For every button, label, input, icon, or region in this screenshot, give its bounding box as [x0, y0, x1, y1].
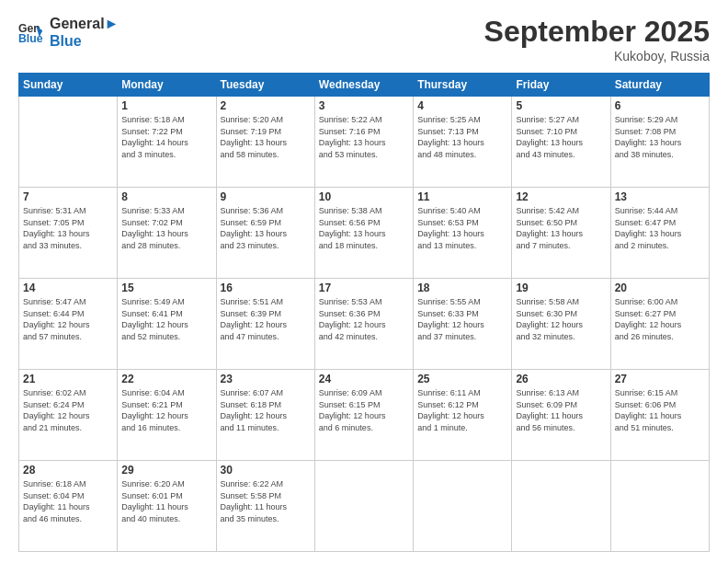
day-info: Sunrise: 6:22 AM Sunset: 5:58 PM Dayligh… [221, 478, 311, 524]
day-number: 6 [615, 99, 705, 112]
calendar-cell: 7Sunrise: 5:31 AM Sunset: 7:05 PM Daylig… [19, 188, 118, 279]
calendar-cell: 19Sunrise: 5:58 AM Sunset: 6:30 PM Dayli… [512, 279, 610, 370]
day-number: 5 [516, 99, 606, 112]
day-number: 30 [221, 464, 311, 477]
calendar-cell: 30Sunrise: 6:22 AM Sunset: 5:58 PM Dayli… [216, 461, 314, 552]
day-info: Sunrise: 6:20 AM Sunset: 6:01 PM Dayligh… [121, 478, 211, 524]
calendar-week-row: 7Sunrise: 5:31 AM Sunset: 7:05 PM Daylig… [19, 188, 710, 279]
calendar-cell [314, 461, 413, 552]
day-info: Sunrise: 5:18 AM Sunset: 7:22 PM Dayligh… [121, 114, 211, 160]
day-info: Sunrise: 6:04 AM Sunset: 6:21 PM Dayligh… [121, 387, 211, 433]
calendar-cell: 6Sunrise: 5:29 AM Sunset: 7:08 PM Daylig… [610, 97, 709, 188]
calendar-cell: 18Sunrise: 5:55 AM Sunset: 6:33 PM Dayli… [414, 279, 512, 370]
page: Gen Blue General► Blue September 2025 Ku… [0, 0, 728, 563]
day-info: Sunrise: 5:47 AM Sunset: 6:44 PM Dayligh… [23, 296, 113, 342]
calendar-cell: 1Sunrise: 5:18 AM Sunset: 7:22 PM Daylig… [118, 97, 216, 188]
day-info: Sunrise: 5:25 AM Sunset: 7:13 PM Dayligh… [417, 114, 507, 160]
calendar-cell: 29Sunrise: 6:20 AM Sunset: 6:01 PM Dayli… [118, 461, 216, 552]
day-number: 27 [615, 373, 705, 385]
day-number: 29 [121, 464, 211, 477]
day-number: 3 [319, 99, 409, 112]
day-number: 23 [221, 373, 311, 385]
calendar-cell: 9Sunrise: 5:36 AM Sunset: 6:59 PM Daylig… [216, 188, 314, 279]
calendar-cell: 11Sunrise: 5:40 AM Sunset: 6:53 PM Dayli… [414, 188, 512, 279]
calendar-table: SundayMondayTuesdayWednesdayThursdayFrid… [18, 73, 710, 552]
day-number: 24 [319, 373, 409, 385]
calendar-cell: 23Sunrise: 6:07 AM Sunset: 6:18 PM Dayli… [216, 370, 314, 461]
day-number: 15 [121, 282, 211, 294]
day-info: Sunrise: 5:33 AM Sunset: 7:02 PM Dayligh… [121, 205, 211, 251]
calendar-cell: 26Sunrise: 6:13 AM Sunset: 6:09 PM Dayli… [512, 370, 610, 461]
weekday-header: Thursday [414, 74, 512, 97]
day-number: 28 [23, 464, 113, 477]
calendar-cell [512, 461, 610, 552]
calendar-cell: 4Sunrise: 5:25 AM Sunset: 7:13 PM Daylig… [414, 97, 512, 188]
day-number: 25 [417, 373, 507, 385]
calendar-cell: 20Sunrise: 6:00 AM Sunset: 6:27 PM Dayli… [610, 279, 709, 370]
calendar-cell: 25Sunrise: 6:11 AM Sunset: 6:12 PM Dayli… [414, 370, 512, 461]
title-block: September 2025 Kukoboy, Russia [484, 15, 710, 63]
day-info: Sunrise: 6:11 AM Sunset: 6:12 PM Dayligh… [417, 387, 507, 433]
calendar-cell: 24Sunrise: 6:09 AM Sunset: 6:15 PM Dayli… [314, 370, 413, 461]
day-info: Sunrise: 5:55 AM Sunset: 6:33 PM Dayligh… [417, 296, 507, 342]
day-info: Sunrise: 5:31 AM Sunset: 7:05 PM Dayligh… [23, 205, 113, 251]
day-info: Sunrise: 5:27 AM Sunset: 7:10 PM Dayligh… [516, 114, 606, 160]
day-number: 11 [417, 190, 507, 203]
calendar-cell: 21Sunrise: 6:02 AM Sunset: 6:24 PM Dayli… [19, 370, 118, 461]
day-number: 20 [615, 282, 705, 294]
day-number: 26 [516, 373, 606, 385]
day-number: 22 [121, 373, 211, 385]
day-info: Sunrise: 5:49 AM Sunset: 6:41 PM Dayligh… [121, 296, 211, 342]
calendar-cell: 28Sunrise: 6:18 AM Sunset: 6:04 PM Dayli… [19, 461, 118, 552]
calendar-cell [414, 461, 512, 552]
day-info: Sunrise: 5:51 AM Sunset: 6:39 PM Dayligh… [221, 296, 311, 342]
day-number: 1 [121, 99, 211, 112]
day-number: 21 [23, 373, 113, 385]
day-number: 19 [516, 282, 606, 294]
calendar-cell: 27Sunrise: 6:15 AM Sunset: 6:06 PM Dayli… [610, 370, 709, 461]
calendar-cell: 5Sunrise: 5:27 AM Sunset: 7:10 PM Daylig… [512, 97, 610, 188]
day-info: Sunrise: 5:53 AM Sunset: 6:36 PM Dayligh… [319, 296, 409, 342]
calendar-cell [19, 97, 118, 188]
day-info: Sunrise: 6:02 AM Sunset: 6:24 PM Dayligh… [23, 387, 113, 433]
calendar-cell: 16Sunrise: 5:51 AM Sunset: 6:39 PM Dayli… [216, 279, 314, 370]
day-info: Sunrise: 5:29 AM Sunset: 7:08 PM Dayligh… [615, 114, 705, 160]
weekday-header: Sunday [19, 74, 118, 97]
calendar-cell: 3Sunrise: 5:22 AM Sunset: 7:16 PM Daylig… [314, 97, 413, 188]
day-info: Sunrise: 5:40 AM Sunset: 6:53 PM Dayligh… [417, 205, 507, 251]
day-info: Sunrise: 5:38 AM Sunset: 6:56 PM Dayligh… [319, 205, 409, 251]
location: Kukoboy, Russia [484, 49, 710, 63]
calendar-cell: 12Sunrise: 5:42 AM Sunset: 6:50 PM Dayli… [512, 188, 610, 279]
day-info: Sunrise: 5:44 AM Sunset: 6:47 PM Dayligh… [615, 205, 705, 251]
logo: Gen Blue General► Blue [18, 15, 119, 50]
day-info: Sunrise: 5:42 AM Sunset: 6:50 PM Dayligh… [516, 205, 606, 251]
calendar-cell: 14Sunrise: 5:47 AM Sunset: 6:44 PM Dayli… [19, 279, 118, 370]
day-number: 2 [221, 99, 311, 112]
day-info: Sunrise: 6:09 AM Sunset: 6:15 PM Dayligh… [319, 387, 409, 433]
day-info: Sunrise: 6:13 AM Sunset: 6:09 PM Dayligh… [516, 387, 606, 433]
day-number: 7 [23, 190, 113, 203]
month-title: September 2025 [484, 15, 710, 49]
calendar-header-row: SundayMondayTuesdayWednesdayThursdayFrid… [19, 74, 710, 97]
weekday-header: Saturday [610, 74, 709, 97]
calendar-week-row: 28Sunrise: 6:18 AM Sunset: 6:04 PM Dayli… [19, 461, 710, 552]
day-info: Sunrise: 5:22 AM Sunset: 7:16 PM Dayligh… [319, 114, 409, 160]
weekday-header: Tuesday [216, 74, 314, 97]
day-info: Sunrise: 6:18 AM Sunset: 6:04 PM Dayligh… [23, 478, 113, 524]
day-number: 18 [417, 282, 507, 294]
header: Gen Blue General► Blue September 2025 Ku… [18, 15, 710, 63]
calendar-cell: 8Sunrise: 5:33 AM Sunset: 7:02 PM Daylig… [118, 188, 216, 279]
day-number: 16 [221, 282, 311, 294]
day-number: 8 [121, 190, 211, 203]
calendar-cell: 17Sunrise: 5:53 AM Sunset: 6:36 PM Dayli… [314, 279, 413, 370]
day-number: 13 [615, 190, 705, 203]
day-info: Sunrise: 6:00 AM Sunset: 6:27 PM Dayligh… [615, 296, 705, 342]
logo-icon: Gen Blue [18, 19, 44, 45]
weekday-header: Wednesday [314, 74, 413, 97]
day-number: 4 [417, 99, 507, 112]
day-number: 12 [516, 190, 606, 203]
logo-text: General► Blue [50, 15, 119, 50]
day-number: 17 [319, 282, 409, 294]
day-number: 9 [221, 190, 311, 203]
calendar-cell: 15Sunrise: 5:49 AM Sunset: 6:41 PM Dayli… [118, 279, 216, 370]
